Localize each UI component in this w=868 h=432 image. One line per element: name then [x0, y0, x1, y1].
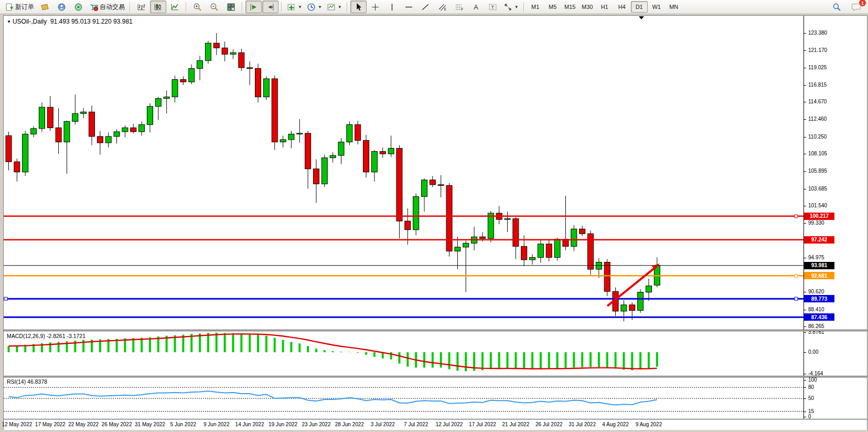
horizontal-line-button[interactable] — [401, 1, 417, 13]
bear-candle — [47, 107, 53, 128]
bear-candle — [6, 135, 12, 162]
chart-bars-button[interactable] — [133, 1, 149, 13]
toolbar-separator — [523, 2, 524, 12]
axis-tick — [804, 258, 806, 258]
timeframe-h4-button[interactable]: H4 — [614, 1, 630, 13]
price-axis-label: 112.460 — [808, 116, 827, 122]
search-button[interactable] — [829, 1, 845, 13]
equidistant-channel-button[interactable]: E — [434, 1, 451, 13]
timeframe-m15-button[interactable]: M15 — [562, 1, 578, 13]
symbol-period-label: USOil-,Daily — [13, 18, 47, 25]
bull-candle — [505, 219, 510, 220]
chart-shift-marker[interactable] — [639, 16, 644, 19]
arrows-button[interactable]: ▼ — [501, 1, 521, 13]
dropdown-arrow-icon[interactable]: ▼ — [515, 5, 519, 9]
bull-candle — [463, 243, 469, 247]
bear-candle — [588, 234, 594, 269]
timeframe-mn-button[interactable]: MN — [666, 1, 682, 13]
chart-shift-button[interactable] — [262, 1, 278, 13]
bear-candle — [247, 68, 253, 69]
dropdown-arrow-icon[interactable]: ▼ — [318, 5, 322, 9]
chart-candles-button[interactable] — [150, 1, 166, 13]
bull-candle — [197, 60, 203, 68]
bear-candle — [222, 48, 228, 54]
timeframe-d1-button[interactable]: D1 — [631, 1, 648, 13]
periods-button[interactable]: ▼ — [305, 1, 324, 13]
zoom-in-button[interactable] — [189, 1, 206, 13]
fibonacci-button[interactable]: F — [451, 1, 467, 13]
timeframe-m1-button[interactable]: M1 — [527, 1, 544, 13]
bear-candle — [180, 80, 186, 82]
bull-candle — [330, 155, 336, 158]
svg-text:A: A — [474, 3, 478, 11]
signals-button[interactable] — [70, 1, 87, 13]
timeframe-h1-button[interactable]: H1 — [596, 1, 613, 13]
clock-icon — [307, 3, 316, 12]
macd-plot[interactable] — [4, 331, 803, 376]
panel-separator[interactable] — [4, 376, 867, 377]
auto-scroll-button[interactable] — [245, 1, 262, 13]
market-watch-button[interactable] — [37, 1, 53, 13]
axis-tick — [804, 85, 806, 86]
candlestick-plot[interactable] — [4, 16, 803, 330]
rsi-axis-label: 100 — [808, 377, 817, 383]
axis-tick — [804, 332, 806, 333]
bull-candle — [621, 305, 627, 311]
bear-candle — [546, 244, 552, 258]
price-axis-label: 86.265 — [808, 323, 824, 329]
bull-candle — [155, 99, 161, 107]
price-axis-label: 94.975 — [808, 255, 824, 260]
candles — [6, 33, 660, 321]
autotrading-button[interactable]: 自动交易 — [87, 1, 127, 13]
chart-title: ▼USOil-,Daily 91.493 95.013 91.220 93.98… — [7, 18, 133, 25]
indicators-button[interactable]: ▼ — [285, 1, 304, 13]
new-order-button[interactable]: 新订单 — [3, 1, 36, 13]
chart-line-button[interactable] — [167, 1, 183, 13]
rsi-plot[interactable] — [4, 377, 803, 419]
bull-candle — [422, 180, 427, 197]
auto-scroll-icon — [249, 3, 258, 12]
text-label-button[interactable]: T — [485, 1, 501, 13]
price-axis-label: 114.670 — [808, 99, 827, 104]
navigator-button[interactable] — [53, 1, 70, 13]
price-line-badge: 87.436 — [804, 313, 834, 321]
rsi-label: RSI(14) 46.8378 — [7, 378, 47, 385]
vertical-line-button[interactable] — [384, 1, 400, 13]
templates-button[interactable]: ▼ — [325, 1, 344, 13]
crosshair-button[interactable] — [367, 1, 383, 13]
price-axis-label: 110.250 — [808, 134, 827, 140]
chat-button[interactable]: 1 — [848, 1, 864, 13]
bear-candle — [272, 79, 277, 142]
line-handle[interactable] — [795, 297, 798, 300]
bull-candle — [263, 79, 269, 97]
autotrading-icon — [89, 3, 98, 12]
trend-arrow-object[interactable] — [607, 264, 660, 306]
chart-window[interactable]: ▼USOil-,Daily 91.493 95.013 91.220 93.98… — [3, 15, 867, 430]
text-button[interactable]: A — [468, 1, 484, 13]
timeframe-w1-button[interactable]: W1 — [648, 1, 665, 13]
toolbar: 新订单自动交易▼▼▼EFAT▼ M1M5M15M30H1H4D1W1MN 1 — [0, 0, 868, 14]
price-axis[interactable]: 123.380121.170119.025116.815114.670112.4… — [804, 16, 866, 419]
rsi-value: 46.8378 — [27, 378, 47, 385]
line-handle[interactable] — [795, 274, 798, 277]
horizontal-line-objects[interactable] — [4, 215, 803, 318]
macd-signal-value: -3.1721 — [67, 333, 85, 339]
date-axis[interactable]: 12 May 202217 May 202222 May 202226 May … — [4, 419, 867, 430]
line-handle[interactable] — [795, 215, 798, 218]
text-icon: A — [471, 3, 480, 12]
timeframe-m30-button[interactable]: M30 — [579, 1, 596, 13]
price-axis-label: 108.105 — [808, 151, 827, 156]
trendline-button[interactable] — [417, 1, 434, 13]
cursor-button[interactable] — [350, 1, 367, 13]
timeframe-m5-button[interactable]: M5 — [544, 1, 561, 13]
bull-candle — [571, 229, 577, 246]
panel-separator[interactable] — [4, 330, 867, 331]
bear-candle — [355, 124, 361, 140]
symbol-dropdown-icon[interactable]: ▼ — [7, 19, 11, 24]
line-handle[interactable] — [4, 297, 7, 300]
tile-windows-button[interactable] — [223, 1, 239, 13]
zoom-out-button[interactable] — [206, 1, 222, 13]
dropdown-arrow-icon[interactable]: ▼ — [338, 5, 342, 9]
price-axis-label: 99.330 — [808, 220, 824, 226]
dropdown-arrow-icon[interactable]: ▼ — [298, 5, 302, 9]
